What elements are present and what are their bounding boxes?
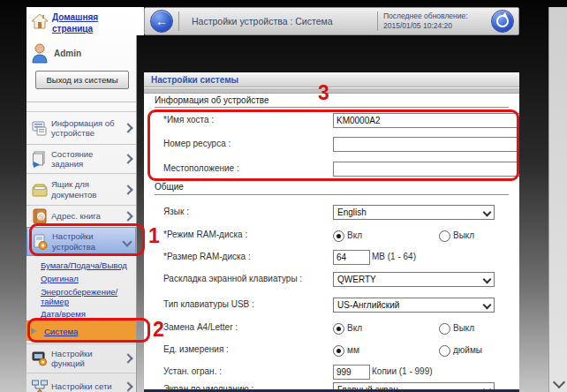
language-label: Язык : [163,207,189,216]
logout-button[interactable]: Выход из системы [35,71,129,89]
user-name: Admin [54,49,81,58]
units-inch-radio[interactable] [439,345,450,357]
page-title: Настройки устройства : Система [185,16,372,26]
network-settings-icon [31,378,49,392]
chevron-right-icon [123,123,132,132]
host-name-input[interactable] [333,113,519,128]
a4-letter-off-label: Выкл [453,323,474,333]
preset-limit-input[interactable] [333,365,370,380]
location-row: Местоположение : [155,162,509,179]
sidebar-item-network-settings[interactable]: Настройки сети [26,373,136,392]
ram-disk-mode-on-radio[interactable] [333,230,344,242]
sidebar-item-function-settings[interactable]: Настройки функций [26,343,136,373]
sidebar-item-document-box[interactable]: Ящик для документов [26,173,136,205]
address-book-icon: @ [31,207,49,225]
host-name-row: *Имя хоста : [155,113,509,131]
a4-letter-label: Замена A4/Letter : [163,322,238,332]
scroll-column [548,7,567,392]
device-info-icon [31,119,49,137]
scroll-down-icon[interactable] [553,376,565,388]
a4-letter-row: Замена A4/Letter : Вкл Выкл [155,320,509,338]
sidebar-separator [26,102,136,102]
gap-strip [136,7,144,35]
home-icon [31,12,49,30]
sidebar-item-device-information[interactable]: Информация об устройстве [26,111,136,144]
preset-limit-label: Устан. огран. : [163,366,222,376]
location-label: Местоположение : [163,163,239,173]
a4-letter-on-label: Вкл [347,323,362,333]
units-mm-label: мм [347,345,359,355]
usb-keyboard-row: Тип клавиатуры USB : US-Английский [155,298,509,315]
last-update-label: Последнее обновление: [383,11,488,21]
language-row: Язык : English [155,205,509,222]
location-input[interactable] [333,162,519,177]
user-row: Admin [31,42,81,64]
chevron-right-icon [123,154,132,163]
keyboard-layout-value: QWERTY [337,275,376,284]
units-mm-radio[interactable] [333,345,344,357]
back-arrow-icon: ← [155,15,168,27]
ram-disk-mode-row: *Режим RAM-диска : Вкл Выкл [155,228,509,245]
preset-limit-row: Устан. огран. : Копии (1 - 999) [155,365,509,382]
refresh-icon [496,15,509,27]
a4-letter-off-radio[interactable] [439,323,450,335]
keyboard-layout-label: Раскладка экранной клавиатуры : [163,274,302,283]
ram-disk-size-input[interactable] [333,250,370,265]
a4-letter-on-radio[interactable] [333,323,344,335]
sidebar-item-address-book[interactable]: @ Адрес. книга [26,205,136,227]
sidebar-item-label: Состояние задания [51,149,122,170]
sidebar-sublink-energy-saver-timer[interactable]: Энергосбережение/таймер [41,287,132,307]
section-title-general: Общие [155,182,184,192]
section-rule [155,194,509,195]
language-select[interactable]: English [333,205,495,220]
sidebar-item-system[interactable]: Система [26,320,136,341]
panel-title: Настройки системы [144,72,519,87]
section-rule [155,107,509,108]
ram-disk-mode-off-radio[interactable] [439,230,450,242]
sidebar-item-label: Настройки устройства [52,231,121,252]
sidebar-sublink-original[interactable]: Оригинал [41,274,132,283]
sidebar-item-label: Адрес. книга [51,211,122,221]
ram-disk-mode-label: *Режим RAM-диска : [163,230,247,239]
divider [178,11,179,31]
panel-title-strip [144,88,519,94]
job-status-icon [31,150,49,168]
host-name-label: *Имя хоста : [163,115,214,124]
usb-keyboard-select[interactable]: US-Английский [333,298,495,313]
units-label: Ед. измерения : [163,344,229,354]
chevron-down-icon [122,237,132,246]
sidebar-item-label: Ящик для документов [51,179,122,200]
device-settings-icon [32,233,49,251]
chevron-right-icon [123,381,132,391]
ram-disk-mode-off-label: Выкл [453,230,474,240]
sidebar: Домашняя страница Admin Выход из системы… [26,7,137,392]
sidebar-item-device-settings[interactable]: Настройки устройства [26,227,136,256]
last-update-time: 2015/01/05 10:24:20 [383,21,488,31]
asset-number-label: Номер ресурса : [163,139,231,148]
asset-number-row: Номер ресурса : [155,137,509,155]
units-inch-label: дюймы [453,345,482,355]
submenu-arrow-icon [31,328,40,335]
asset-number-input[interactable] [333,137,519,152]
document-box-icon [31,181,49,199]
back-button[interactable]: ← [150,10,173,33]
usb-keyboard-value: US-Английский [337,300,399,310]
keyboard-layout-select[interactable]: QWERTY [333,272,495,287]
sidebar-sublink-date-time[interactable]: Дата/время [41,309,132,319]
user-avatar-icon [31,42,49,64]
ram-disk-size-suffix: MB (1 - 64) [372,252,416,261]
chevron-right-icon [123,185,132,194]
refresh-button[interactable] [491,10,514,33]
sidebar-item-job-status[interactable]: Состояние задания [26,144,136,173]
language-value: English [337,207,367,217]
svg-text:@: @ [38,214,44,221]
sidebar-item-label: Настройки сети [51,381,122,391]
home-link[interactable]: Домашняя страница [52,12,136,34]
select-arrow-icon [483,301,492,310]
sidebar-sublink-paper-feed-output[interactable]: Бумага/Подача/Вывод [41,260,132,270]
divider [377,11,378,31]
ram-disk-size-label: *Размер RAM-диска : [163,252,251,261]
units-row: Ед. измерения : мм дюймы [155,343,509,360]
section-title-device-information: Информация об устройстве [155,95,269,105]
usb-keyboard-label: Тип клавиатуры USB : [163,299,254,309]
